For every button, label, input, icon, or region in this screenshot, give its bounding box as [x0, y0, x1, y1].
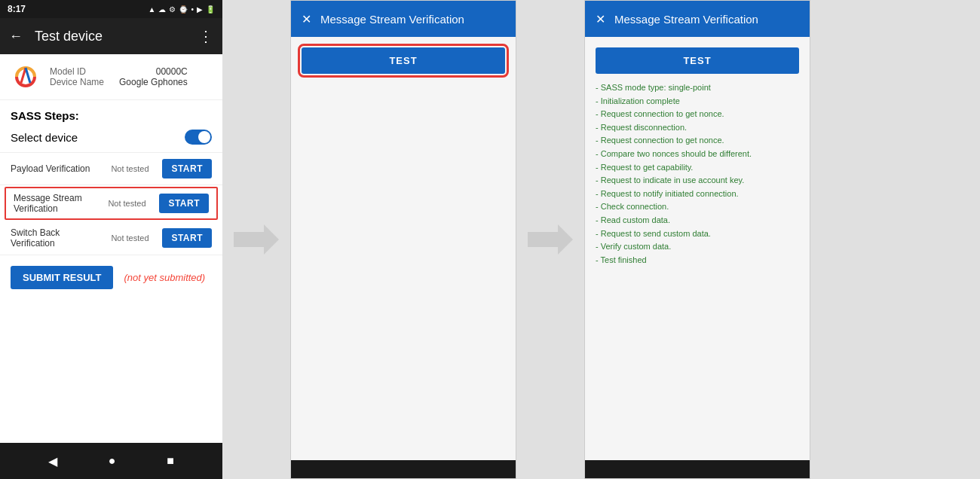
- dialog-screen-1: ✕ Message Stream Verification TEST: [290, 0, 516, 479]
- status-bar: 8:17 ▲ ☁ ⚙ ⌚ • ▶ 🔋: [0, 0, 222, 18]
- dialog-title-2: Message Stream Verification: [614, 13, 758, 26]
- dialog-close-button-1[interactable]: ✕: [302, 12, 311, 26]
- dialog-footer-2: [585, 460, 810, 478]
- svg-marker-3: [528, 224, 573, 255]
- log-line: - Initialization complete: [596, 95, 799, 108]
- submit-row: SUBMIT RESULT (not yet submitted): [0, 255, 222, 300]
- device-details: Model ID 00000C Device Name Google Gphon…: [50, 66, 188, 87]
- step-status-switch-back: Not tested: [111, 233, 156, 243]
- arrow-icon-1: [234, 224, 279, 255]
- more-options-button[interactable]: ⋮: [198, 27, 213, 45]
- log-line: - SASS mode type: single-point: [596, 81, 799, 95]
- status-icons: ▲ ☁ ⚙ ⌚ • ▶ 🔋: [149, 5, 215, 14]
- dialog-close-button-2[interactable]: ✕: [596, 12, 605, 26]
- nav-home-icon[interactable]: ●: [109, 454, 116, 468]
- dialog-screen-2: ✕ Message Stream Verification TEST - SAS…: [584, 0, 810, 479]
- arrow-1: [222, 0, 290, 479]
- log-line: - Request to get capability.: [596, 161, 799, 175]
- select-device-row: Select device: [0, 125, 222, 153]
- status-time: 8:17: [8, 4, 26, 14]
- log-line: - Test finished: [596, 254, 799, 267]
- test-button-2[interactable]: TEST: [596, 47, 799, 74]
- log-line: - Request connection to get nonce.: [596, 108, 799, 121]
- step-label-payload: Payload Verification: [11, 163, 105, 174]
- arrow-2: [516, 0, 584, 479]
- start-button-message-stream[interactable]: START: [159, 194, 209, 213]
- start-button-switch-back[interactable]: START: [162, 228, 212, 248]
- log-line: - Check connection.: [596, 200, 799, 214]
- log-line: - Read custom data.: [596, 214, 799, 227]
- start-button-payload[interactable]: START: [162, 159, 212, 178]
- nav-recent-icon[interactable]: ■: [167, 454, 174, 468]
- step-status-payload: Not tested: [111, 164, 156, 173]
- arrow-icon-2: [528, 224, 573, 255]
- device-logo: [11, 62, 41, 92]
- log-line: - Request to indicate in use account key…: [596, 174, 799, 188]
- log-line: - Request to notify initiated connection…: [596, 188, 799, 201]
- dialog-body-1: TEST: [291, 37, 516, 460]
- step-row-payload: Payload Verification Not tested START: [0, 153, 222, 185]
- select-device-label: Select device: [11, 131, 78, 144]
- dialog-body-2: TEST - SASS mode type: single-point- Ini…: [585, 37, 810, 460]
- model-id-value: 00000C: [156, 66, 188, 77]
- log-line: - Request disconnection.: [596, 121, 799, 135]
- device-info-panel: Model ID 00000C Device Name Google Gphon…: [0, 54, 222, 100]
- log-line: - Verify custom data.: [596, 240, 799, 254]
- back-button[interactable]: ←: [9, 29, 23, 44]
- device-name-value: Google Gphones: [119, 77, 188, 87]
- svg-marker-2: [234, 224, 279, 255]
- app-bar: ← Test device ⋮: [0, 18, 222, 54]
- log-output: - SASS mode type: single-point- Initiali…: [596, 81, 799, 267]
- test-button-1[interactable]: TEST: [302, 47, 505, 74]
- model-id-label: Model ID: [50, 66, 86, 77]
- device-name-label: Device Name: [50, 77, 104, 87]
- dialog-footer-1: [291, 460, 516, 478]
- app-title: Test device: [35, 29, 198, 44]
- nav-bar: ◀ ● ■: [0, 443, 222, 479]
- dialog-header-2: ✕ Message Stream Verification: [585, 1, 810, 37]
- log-line: - Compare two nonces should be different…: [596, 148, 799, 161]
- select-device-toggle[interactable]: [185, 130, 212, 145]
- phone-screen: 8:17 ▲ ☁ ⚙ ⌚ • ▶ 🔋 ← Test device ⋮ Model…: [0, 0, 222, 479]
- step-row-switch-back: Switch Back Verification Not tested STAR…: [0, 221, 222, 255]
- log-line: - Request connection to get nonce.: [596, 134, 799, 148]
- not-submitted-label: (not yet submitted): [124, 272, 205, 283]
- step-row-message-stream: Message StreamVerification Not tested ST…: [5, 187, 218, 220]
- sass-steps-header: SASS Steps:: [0, 100, 222, 125]
- dialog-header-1: ✕ Message Stream Verification: [291, 1, 516, 37]
- step-label-message-stream: Message StreamVerification: [14, 193, 102, 214]
- dialog-title-1: Message Stream Verification: [320, 13, 464, 26]
- log-line: - Request to send custom data.: [596, 227, 799, 241]
- nav-back-icon[interactable]: ◀: [48, 454, 57, 468]
- submit-result-button[interactable]: SUBMIT RESULT: [11, 266, 113, 289]
- toggle-knob: [198, 131, 210, 143]
- step-label-switch-back: Switch Back Verification: [11, 227, 105, 249]
- app-content: SASS Steps: Select device Payload Verifi…: [0, 100, 222, 443]
- step-status-message-stream: Not tested: [108, 199, 153, 208]
